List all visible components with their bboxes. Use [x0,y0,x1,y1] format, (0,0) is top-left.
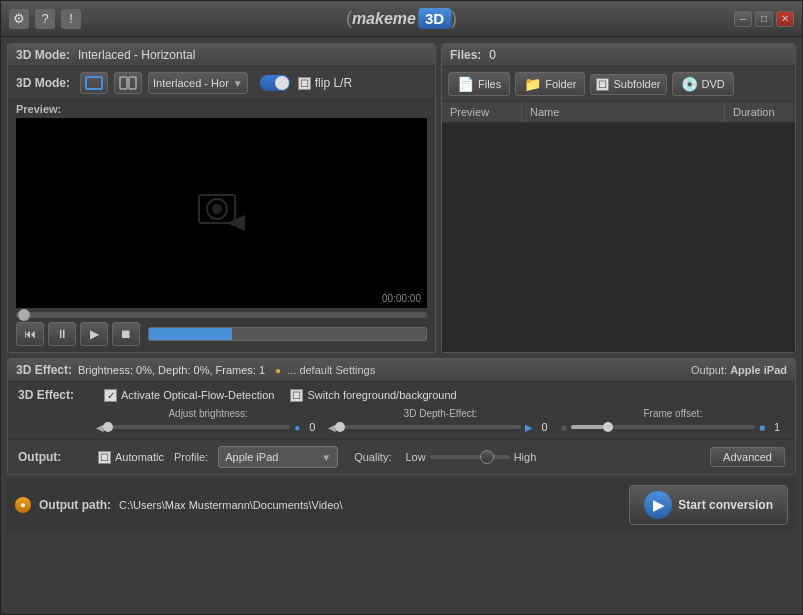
logo-bracket-right: ) [451,8,457,29]
quality-slider: Low High [405,451,536,463]
effect-checkboxes-row: 3D Effect: ✓ Activate Optical-Flow-Detec… [18,388,785,402]
help-icon[interactable]: ? [35,9,55,29]
foreground-label: Switch foreground/background [307,389,456,401]
preview-label: Preview: [8,100,435,118]
col-duration-header: Duration [725,102,795,122]
mode-dropdown-arrow: ▼ [233,78,243,89]
quality-high-label: High [514,451,537,463]
brightness-right-icon: ● [294,422,300,433]
play-button[interactable]: ▶ [80,322,108,346]
depth-right-icon: ▶ [525,422,533,433]
mode-2d-button[interactable] [80,72,108,94]
profile-label: Profile: [174,451,208,463]
mode-select-text: Interlaced - Hor [153,77,229,89]
foreground-check-icon: ☐ [290,389,303,402]
output-path-row: ● Output path: C:\Users\Max Mustermann\D… [7,479,796,530]
effect-body: 3D Effect: ✓ Activate Optical-Flow-Detec… [8,382,795,439]
pause-button[interactable]: ⏸ [48,322,76,346]
output-path-value: C:\Users\Max Mustermann\Documents\Video\ [119,499,343,511]
progress-bar[interactable] [148,327,427,341]
profile-dropdown[interactable]: Apple iPad ▼ [218,446,338,468]
foreground-checkbox[interactable]: ☐ Switch foreground/background [290,389,456,402]
top-row: 3D Mode: Interlaced - Horizontal 3D Mode… [7,43,796,353]
auto-label: Automatic [115,451,164,463]
info-icon[interactable]: ! [61,9,81,29]
dvd-icon: 💿 [681,76,698,92]
files-btn-label: Files [478,78,501,90]
bottom-section: 3D Effect: Brightness: 0%, Depth: 0%, Fr… [7,358,796,530]
mode-select[interactable]: Interlaced - Hor ▼ [148,72,248,94]
left-panel: 3D Mode: Interlaced - Horizontal 3D Mode… [7,43,436,353]
frame-slider[interactable] [571,425,755,429]
titlebar-left: ⚙ ? ! [9,9,81,29]
auto-checkbox[interactable]: ☐ Automatic [98,451,164,464]
add-files-button[interactable]: 📄 Files [448,72,510,96]
depth-slider-row: ◀ ▶ 0 [328,421,552,433]
brightness-slider-label: Adjust brightness: [96,408,320,419]
video-placeholder [197,193,247,233]
right-panel: Files: 0 📄 Files 📁 Folder ☐ Subfolder [441,43,796,353]
output-path-icon[interactable]: ● [15,497,31,513]
flip-checkbox[interactable]: ☐ [298,77,311,90]
files-icon: 📄 [457,76,474,92]
frame-right-icon: ■ [759,422,765,433]
folder-btn-label: Folder [545,78,576,90]
seek-bar-container [8,308,435,318]
depth-slider[interactable] [340,425,520,429]
close-button[interactable]: ✕ [776,11,794,27]
flip-toggle: ☐ flip L/R [260,75,352,91]
seek-thumb[interactable] [18,309,30,321]
optical-flow-checkbox[interactable]: ✓ Activate Optical-Flow-Detection [104,389,274,402]
files-header-value: 0 [489,48,496,62]
logo-3d: 3D [418,8,451,29]
subfolder-checkbox[interactable]: ☐ Subfolder [590,74,666,95]
mode-interlaced-button[interactable] [114,72,142,94]
effect-dot-icon: ● [275,365,281,376]
frame-slider-label: Frame offset: [561,408,785,419]
optical-flow-label: Activate Optical-Flow-Detection [121,389,274,401]
maximize-button[interactable]: □ [755,11,773,27]
main-content: 3D Mode: Interlaced - Horizontal 3D Mode… [1,37,802,614]
quality-thumb[interactable] [480,450,494,464]
effect-settings-text: ... default Settings [287,364,375,376]
files-toolbar: 📄 Files 📁 Folder ☐ Subfolder 💿 DVD [442,67,795,102]
settings-icon[interactable]: ⚙ [9,9,29,29]
mode-header-label: 3D Mode: [16,48,70,62]
add-dvd-button[interactable]: 💿 DVD [672,72,734,96]
sliders-row: Adjust brightness: ◀ ● 0 [18,408,785,433]
flip-switch[interactable] [260,75,290,91]
folder-icon: 📁 [524,76,541,92]
svg-rect-1 [120,77,127,89]
flip-label: flip L/R [315,76,352,90]
frame-slider-row: ■ ■ 1 [561,421,785,433]
depth-slider-group: 3D Depth-Effect: ◀ ▶ 0 [328,408,552,433]
start-conversion-button[interactable]: ▶ Start conversion [629,485,788,525]
minimize-button[interactable]: – [734,11,752,27]
auto-check-icon: ☐ [98,451,111,464]
output-path-label: Output path: [39,498,111,512]
svg-point-5 [212,204,222,214]
stop-button[interactable]: ⏹ [112,322,140,346]
mode-label: 3D Mode: [16,76,70,90]
add-folder-button[interactable]: 📁 Folder [515,72,585,96]
files-list-body [442,123,795,352]
rewind-button[interactable]: ⏮ [16,322,44,346]
dvd-btn-label: DVD [702,78,725,90]
effect-header-value: Brightness: 0%, Depth: 0%, Frames: 1 [78,364,265,376]
timestamp: 00:00:00 [382,293,421,304]
start-conversion-icon: ▶ [644,491,672,519]
seek-bar[interactable] [16,312,427,318]
advanced-button[interactable]: Advanced [710,447,785,467]
optical-flow-check-icon: ✓ [104,389,117,402]
brightness-value: 0 [304,421,320,433]
mode-header-value: Interlaced - Horizontal [78,48,195,62]
logo-text: makeme [352,10,416,28]
mode-row: 3D Mode: Interlaced - Hor [8,67,435,100]
brightness-slider-row: ◀ ● 0 [96,421,320,433]
quality-track[interactable] [430,455,510,459]
subfolder-btn-label: Subfolder [613,78,660,90]
files-header-label: Files: [450,48,481,62]
brightness-slider[interactable] [108,425,290,429]
frame-value: 1 [769,421,785,433]
start-conversion-label: Start conversion [678,498,773,512]
